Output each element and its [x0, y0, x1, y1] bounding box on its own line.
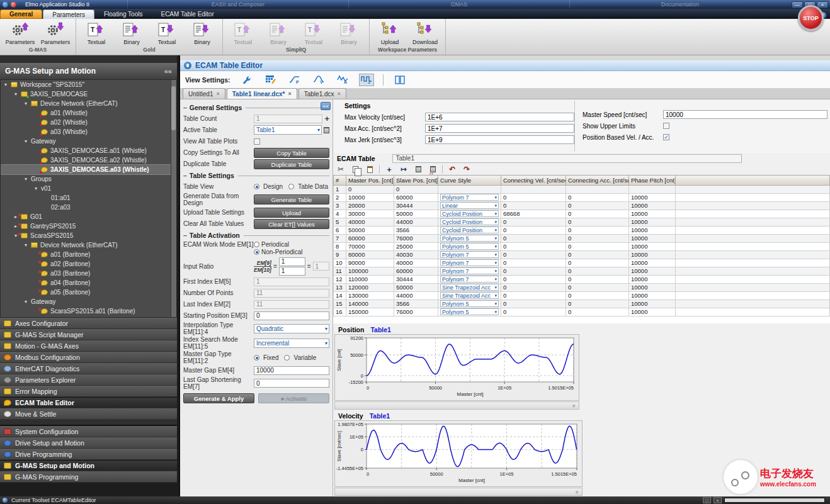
- curve-a-icon[interactable]: A: [335, 74, 350, 86]
- record-orb-icon[interactable]: [11, 2, 16, 8]
- curve-style-select[interactable]: Polynom 5▾: [440, 243, 499, 250]
- starting-position-field[interactable]: 0: [254, 311, 329, 320]
- curve-style-select[interactable]: Polynom 5▾: [440, 235, 499, 242]
- tree-item[interactable]: a01 (Baritone): [1, 250, 176, 259]
- insert-row-icon[interactable]: ↦: [399, 165, 409, 174]
- tree-item[interactable]: ScaraSPS2015.a01 (Baritone): [1, 306, 176, 316]
- data-cell[interactable]: 0: [566, 259, 629, 267]
- column-header[interactable]: Connecting Vel. [cnt/sec]: [501, 176, 566, 185]
- data-cell[interactable]: 10000: [629, 234, 676, 242]
- data-cell[interactable]: 10000: [629, 259, 676, 267]
- data-cell[interactable]: 0: [566, 226, 629, 234]
- generate-table-button[interactable]: Generate Table: [254, 194, 329, 204]
- chart-collapse-bar[interactable]: «: [334, 401, 579, 410]
- column-header[interactable]: Curve Style: [438, 176, 501, 185]
- data-cell[interactable]: 3566: [394, 300, 438, 308]
- table-row[interactable]: 1211000030444Polynom 7▾0010000: [334, 275, 830, 283]
- perspective-g-mas-setup-and-motion[interactable]: G-MAS Setup and Motion: [0, 460, 177, 471]
- tree-expander-icon[interactable]: ▾: [35, 186, 41, 191]
- upload-button[interactable]: Upload: [373, 21, 406, 46]
- binary-button[interactable]: Binary: [115, 21, 148, 46]
- last-gap-shortening-field[interactable]: 0: [254, 379, 329, 388]
- tree-expander-icon[interactable]: ▾: [25, 176, 31, 182]
- data-cell[interactable]: 0: [501, 193, 566, 201]
- data-cell[interactable]: 30444: [394, 275, 438, 283]
- data-cell[interactable]: 10000: [629, 308, 676, 316]
- row-index-cell[interactable]: 15: [334, 300, 346, 308]
- column-header[interactable]: Slave Pos. [cnt]: [394, 176, 438, 185]
- tree-item[interactable]: a02 (Baritone): [1, 259, 176, 269]
- table-row[interactable]: 1413000044000Sine Trapezoid Acc▾0010000: [334, 291, 830, 300]
- data-cell[interactable]: 0: [501, 291, 566, 300]
- row-index-cell[interactable]: 16: [334, 308, 346, 316]
- column-header[interactable]: Phase Pitch [cnt]: [629, 176, 676, 185]
- data-cell[interactable]: 44000: [394, 291, 438, 300]
- tree-item[interactable]: ▸GantrySPS2015: [1, 221, 176, 231]
- data-cell[interactable]: 68668: [501, 210, 566, 218]
- curve-style-select[interactable]: Polynom 7▾: [440, 251, 499, 258]
- data-cell[interactable]: 0: [566, 275, 629, 283]
- data-cell[interactable]: 40000: [346, 218, 394, 226]
- data-cell[interactable]: 150000: [346, 308, 394, 316]
- close-button[interactable]: ×: [817, 1, 828, 8]
- sidebar-item-g-mas-script-manager[interactable]: G-MAS Script Manager: [0, 329, 177, 340]
- data-cell[interactable]: 0: [566, 300, 629, 308]
- data-cell[interactable]: 120000: [346, 283, 394, 291]
- data-cell[interactable]: 10000: [629, 267, 676, 275]
- table-row[interactable]: 100: [334, 185, 830, 193]
- data-cell[interactable]: 50000: [394, 210, 438, 218]
- sidebar-item-modbus-configuration[interactable]: Modbus Configuration: [0, 352, 177, 363]
- copy-table-button[interactable]: Copy Table: [254, 148, 329, 158]
- data-cell[interactable]: [629, 185, 676, 193]
- tree-item[interactable]: ▾Gateway: [1, 297, 176, 306]
- tree-item[interactable]: a03 (Baritone): [1, 269, 176, 278]
- sidebar-item-ethercat-diagnostics[interactable]: EtherCAT Diagnostics: [0, 363, 177, 374]
- data-cell[interactable]: [501, 185, 566, 193]
- data-cell[interactable]: 50000: [346, 226, 394, 234]
- row-index-cell[interactable]: 13: [334, 283, 346, 291]
- data-cell[interactable]: 10000: [629, 210, 676, 218]
- data-cell[interactable]: 0: [566, 283, 629, 291]
- table-row[interactable]: 76000076000Polynom 5▾0010000: [334, 234, 830, 242]
- tree-item[interactable]: ▾Device Network (EtherCAT): [1, 240, 176, 250]
- data-cell[interactable]: 60000: [346, 234, 394, 242]
- redo-icon[interactable]: ↷: [462, 165, 472, 174]
- curve-style-select[interactable]: Linear▾: [440, 202, 499, 209]
- data-cell[interactable]: 0: [566, 291, 629, 300]
- data-cell[interactable]: 130000: [346, 291, 394, 300]
- tree-item[interactable]: ▾Device Network (EtherCAT): [1, 99, 176, 108]
- row-index-cell[interactable]: 5: [334, 218, 346, 226]
- data-cell[interactable]: 76000: [394, 234, 438, 242]
- data-cell[interactable]: 0: [566, 250, 629, 259]
- row-index-cell[interactable]: 1: [334, 185, 346, 193]
- data-cell[interactable]: 0: [346, 185, 394, 193]
- tree-item[interactable]: ▾v01: [1, 184, 176, 193]
- row-index-cell[interactable]: 3: [334, 201, 346, 210]
- curve-p-icon[interactable]: P: [287, 74, 302, 86]
- column-header[interactable]: #: [334, 176, 346, 185]
- row-index-cell[interactable]: 8: [334, 242, 346, 250]
- data-cell[interactable]: 0: [566, 210, 629, 218]
- curve-style-select[interactable]: Polynom 7▾: [440, 194, 499, 201]
- data-cell[interactable]: 30444: [394, 201, 438, 210]
- table-row[interactable]: 1110000060000Polynom 7▾0010000: [334, 267, 830, 275]
- cut-icon[interactable]: ✂: [336, 165, 346, 174]
- data-cell[interactable]: 0: [566, 201, 629, 210]
- table-data-radio[interactable]: [288, 184, 294, 189]
- ribbon-tab-general[interactable]: General: [0, 9, 42, 19]
- data-cell[interactable]: 70000: [346, 242, 394, 250]
- data-cell[interactable]: 0: [566, 234, 629, 242]
- tree-item[interactable]: a03 (Whistle): [1, 127, 176, 137]
- fixed-radio[interactable]: [254, 355, 259, 361]
- tree-item[interactable]: ▾ScaraSPS2015: [1, 231, 176, 240]
- row-index-cell[interactable]: 11: [334, 267, 346, 275]
- data-cell[interactable]: 10000: [629, 250, 676, 259]
- design-radio[interactable]: [254, 184, 259, 189]
- curve-style-select[interactable]: Polynom 7▾: [440, 259, 499, 266]
- curve-style-select[interactable]: Cycloid Position▾: [440, 227, 499, 233]
- sidebar-item-parameters-explorer[interactable]: Parameters Explorer: [0, 374, 177, 386]
- ratio-numerator-field[interactable]: 1: [279, 257, 305, 266]
- data-cell[interactable]: 25000: [394, 242, 438, 250]
- tree-item[interactable]: ▾3AXIS_DEMOCASE: [1, 89, 176, 99]
- data-cell[interactable]: 20000: [346, 201, 394, 210]
